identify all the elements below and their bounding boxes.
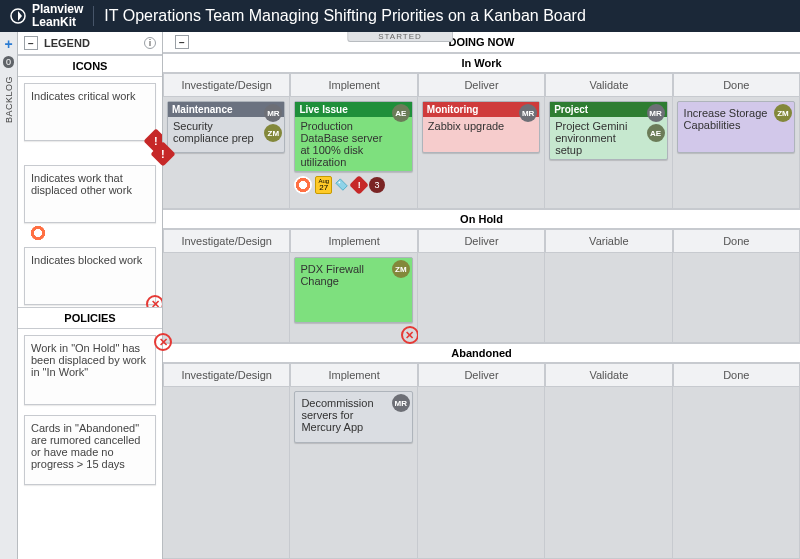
legend-card-text: Indicates blocked work xyxy=(31,254,142,266)
avatar[interactable]: MR xyxy=(392,394,410,412)
cell[interactable]: PDX Firewall Change ZM ✕ xyxy=(290,253,417,343)
doing-now-header: − DOING NOW xyxy=(163,32,800,53)
stage-header[interactable]: Done xyxy=(673,229,800,253)
stage-header[interactable]: Investigate/Design xyxy=(163,73,290,97)
policy-text: Cards in "Abandoned" are rumored cancell… xyxy=(31,422,140,470)
card-maintenance[interactable]: Maintenance Security compliance prep MR … xyxy=(167,101,285,153)
lane-title-inwork[interactable]: In Work xyxy=(163,53,800,73)
stage-header[interactable]: Implement xyxy=(290,229,417,253)
policy-text: Work in "On Hold" has been displaced by … xyxy=(31,342,146,378)
card-live-issue[interactable]: Live Issue Production DataBase server at… xyxy=(294,101,412,172)
blocked-icon: ✕ xyxy=(146,295,162,307)
critical-icon: ! xyxy=(349,175,369,195)
card-monitoring[interactable]: Monitoring Zabbix upgrade MR xyxy=(422,101,540,153)
cells-inwork: Maintenance Security compliance prep MR … xyxy=(163,97,800,209)
cell[interactable] xyxy=(673,387,800,559)
stage-header[interactable]: Done xyxy=(673,363,800,387)
separator xyxy=(93,6,94,26)
cell[interactable] xyxy=(418,253,545,343)
stage-header[interactable]: Validate xyxy=(545,73,672,97)
cells-onhold: ✕ PDX Firewall Change ZM ✕ xyxy=(163,253,800,343)
stage-header[interactable]: Variable xyxy=(545,229,672,253)
stage-header[interactable]: Implement xyxy=(290,363,417,387)
started-tab[interactable]: STARTED xyxy=(347,32,453,42)
card-decommission[interactable]: Decommission servers for Mercury App MR xyxy=(294,391,412,443)
stage-header[interactable]: Investigate/Design xyxy=(163,363,290,387)
stage-header[interactable]: Implement xyxy=(290,73,417,97)
legend-icons-body: Indicates critical work ! Indicates work… xyxy=(18,77,162,307)
lane-title-abandoned[interactable]: Abandoned xyxy=(163,343,800,363)
displaced-icon xyxy=(29,224,47,242)
board-title: IT Operations Team Managing Shifting Pri… xyxy=(104,7,585,25)
avatar[interactable]: AE xyxy=(647,124,665,142)
legend-card: Indicates work that displaced other work xyxy=(24,165,156,223)
stage-row-onhold: Investigate/Design Implement Deliver Var… xyxy=(163,229,800,253)
critical-icon: ! xyxy=(150,141,175,166)
stage-row-abandoned: Investigate/Design Implement Deliver Val… xyxy=(163,363,800,387)
cell[interactable]: Live Issue Production DataBase server at… xyxy=(290,97,417,209)
cell[interactable]: Decommission servers for Mercury App MR xyxy=(290,387,417,559)
legend-card: Indicates critical work ! xyxy=(24,83,156,141)
card-storage[interactable]: Increase Storage Capabilities ZM xyxy=(677,101,795,153)
cell[interactable]: Increase Storage Capabilities ZM xyxy=(673,97,800,209)
legend-card-text: Indicates work that displaced other work xyxy=(31,172,132,196)
policy-card: Work in "On Hold" has been displaced by … xyxy=(24,335,156,405)
avatar[interactable]: ZM xyxy=(392,260,410,278)
stage-header[interactable]: Validate xyxy=(545,363,672,387)
blocked-icon: ✕ xyxy=(401,326,419,344)
tag-icon[interactable] xyxy=(335,178,349,192)
add-icon[interactable]: + xyxy=(4,36,12,52)
brand-logo xyxy=(10,8,26,24)
legend-title: LEGEND xyxy=(44,37,90,49)
legend-card-text: Indicates critical work xyxy=(31,90,136,102)
doing-now-title: DOING NOW xyxy=(449,36,515,48)
brand-line2: LeanKit xyxy=(32,16,83,29)
cell[interactable]: Maintenance Security compliance prep MR … xyxy=(163,97,290,209)
legend-column: − LEGEND i ICONS Indicates critical work… xyxy=(18,32,163,559)
avatar[interactable]: MR xyxy=(647,104,665,122)
cell[interactable]: Project Project Gemini environment setup… xyxy=(545,97,672,209)
card-body: Production DataBase server at 100% disk … xyxy=(295,117,411,171)
card-pdx[interactable]: PDX Firewall Change ZM xyxy=(294,257,412,323)
cell[interactable] xyxy=(163,387,290,559)
collapse-icon[interactable]: − xyxy=(24,36,38,50)
board-column: − DOING NOW In Work Investigate/Design I… xyxy=(163,32,800,559)
icons-header: ICONS xyxy=(18,55,162,77)
top-bar: PlanviewLeanKit IT Operations Team Manag… xyxy=(0,0,800,32)
cell[interactable] xyxy=(545,387,672,559)
stage-header[interactable]: Deliver xyxy=(418,73,545,97)
avatar[interactable]: AE xyxy=(392,104,410,122)
stage-header[interactable]: Deliver xyxy=(418,363,545,387)
stage-header[interactable]: Deliver xyxy=(418,229,545,253)
legend-header: − LEGEND i xyxy=(18,32,162,55)
counter-badge[interactable]: 3 xyxy=(369,177,385,193)
svg-point-1 xyxy=(339,182,341,184)
stage-header[interactable]: Done xyxy=(673,73,800,97)
stage-row-inwork: Investigate/Design Implement Deliver Val… xyxy=(163,73,800,97)
brand: PlanviewLeanKit xyxy=(10,3,83,28)
info-icon[interactable]: i xyxy=(144,37,156,49)
left-rail: + 0 BACKLOG xyxy=(0,32,18,559)
policy-card: Cards in "Abandoned" are rumored cancell… xyxy=(24,415,156,485)
legend-card: Indicates blocked work ✕ xyxy=(24,247,156,305)
lane-title-onhold[interactable]: On Hold xyxy=(163,209,800,229)
displaced-icon xyxy=(294,176,312,194)
card-project[interactable]: Project Project Gemini environment setup… xyxy=(549,101,667,160)
cell[interactable] xyxy=(673,253,800,343)
cell[interactable]: Monitoring Zabbix upgrade MR xyxy=(418,97,545,209)
cell[interactable] xyxy=(545,253,672,343)
legend-policies-body: Work in "On Hold" has been displaced by … xyxy=(18,329,162,559)
backlog-label[interactable]: BACKLOG xyxy=(4,76,14,123)
backlog-count[interactable]: 0 xyxy=(3,56,14,68)
cells-abandoned: Decommission servers for Mercury App MR xyxy=(163,387,800,559)
policies-header: POLICIES xyxy=(18,307,162,329)
avatar[interactable]: ZM xyxy=(774,104,792,122)
blocked-icon: ✕ xyxy=(154,333,172,351)
stage-header[interactable]: Investigate/Design xyxy=(163,229,290,253)
cell[interactable]: ✕ xyxy=(163,253,290,343)
cell[interactable] xyxy=(418,387,545,559)
date-chip[interactable]: Aug27 xyxy=(315,176,332,194)
